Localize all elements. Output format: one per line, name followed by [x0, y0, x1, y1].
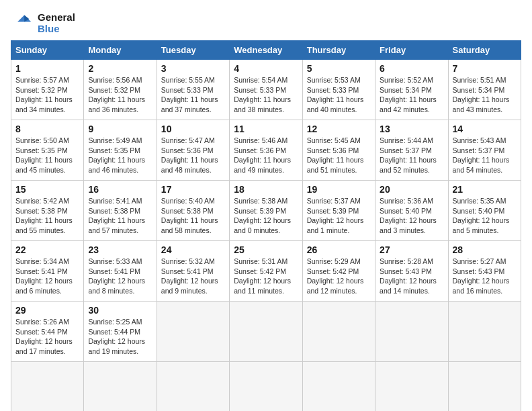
calendar-day-cell	[302, 302, 375, 362]
calendar-day-cell: 8Sunrise: 5:50 AM Sunset: 5:35 PM Daylig…	[11, 120, 84, 181]
day-info: Sunrise: 5:27 AM Sunset: 5:43 PM Dayligh…	[453, 257, 517, 296]
day-number: 20	[380, 184, 443, 195]
day-number: 8	[15, 124, 79, 134]
calendar-day-cell: 30Sunrise: 5:25 AM Sunset: 5:44 PM Dayli…	[84, 302, 157, 362]
day-info: Sunrise: 5:53 AM Sunset: 5:33 PM Dayligh…	[307, 75, 371, 115]
day-number: 21	[453, 184, 517, 195]
day-info: Sunrise: 5:46 AM Sunset: 5:36 PM Dayligh…	[234, 136, 298, 175]
calendar-day-cell: 15Sunrise: 5:42 AM Sunset: 5:38 PM Dayli…	[11, 181, 84, 241]
weekday-header-saturday: Saturday	[448, 41, 521, 60]
day-info: Sunrise: 5:29 AM Sunset: 5:42 PM Dayligh…	[307, 257, 371, 296]
calendar-day-cell: 2Sunrise: 5:56 AM Sunset: 5:32 PM Daylig…	[84, 60, 157, 120]
day-number: 14	[453, 124, 517, 134]
day-number: 23	[88, 244, 152, 255]
day-number: 28	[453, 244, 517, 255]
calendar-day-cell: 25Sunrise: 5:31 AM Sunset: 5:42 PM Dayli…	[230, 241, 302, 302]
day-info: Sunrise: 5:35 AM Sunset: 5:40 PM Dayligh…	[453, 196, 517, 236]
calendar-week-row: 22Sunrise: 5:34 AM Sunset: 5:41 PM Dayli…	[11, 241, 521, 302]
weekday-header-monday: Monday	[84, 41, 157, 60]
day-info: Sunrise: 5:43 AM Sunset: 5:37 PM Dayligh…	[453, 136, 517, 175]
weekday-header-sunday: Sunday	[11, 41, 84, 60]
calendar-day-cell: 9Sunrise: 5:49 AM Sunset: 5:35 PM Daylig…	[84, 120, 157, 181]
day-number: 5	[307, 63, 371, 74]
calendar-week-row: 29Sunrise: 5:26 AM Sunset: 5:44 PM Dayli…	[11, 302, 521, 362]
day-number: 25	[234, 244, 298, 255]
day-number: 13	[380, 124, 443, 134]
calendar-day-cell: 21Sunrise: 5:35 AM Sunset: 5:40 PM Dayli…	[448, 181, 521, 241]
day-number: 30	[88, 305, 152, 316]
day-info: Sunrise: 5:33 AM Sunset: 5:41 PM Dayligh…	[88, 257, 152, 296]
calendar-day-cell	[11, 362, 84, 412]
day-number: 7	[453, 63, 517, 74]
calendar-day-cell: 3Sunrise: 5:55 AM Sunset: 5:33 PM Daylig…	[157, 60, 229, 120]
calendar-day-cell	[230, 302, 302, 362]
calendar-day-cell: 4Sunrise: 5:54 AM Sunset: 5:33 PM Daylig…	[230, 60, 302, 120]
calendar-day-cell: 5Sunrise: 5:53 AM Sunset: 5:33 PM Daylig…	[302, 60, 375, 120]
day-info: Sunrise: 5:42 AM Sunset: 5:38 PM Dayligh…	[15, 196, 79, 236]
day-number: 12	[307, 124, 371, 134]
day-number: 4	[234, 63, 298, 74]
day-number: 19	[307, 184, 371, 195]
calendar-day-cell	[448, 302, 521, 362]
logo-bird-icon	[11, 11, 35, 35]
calendar-day-cell: 16Sunrise: 5:41 AM Sunset: 5:38 PM Dayli…	[84, 181, 157, 241]
calendar-day-cell: 23Sunrise: 5:33 AM Sunset: 5:41 PM Dayli…	[84, 241, 157, 302]
calendar-day-cell: 27Sunrise: 5:28 AM Sunset: 5:43 PM Dayli…	[375, 241, 448, 302]
day-number: 11	[234, 124, 298, 134]
day-info: Sunrise: 5:51 AM Sunset: 5:34 PM Dayligh…	[453, 75, 517, 115]
weekday-header-tuesday: Tuesday	[157, 41, 229, 60]
day-info: Sunrise: 5:34 AM Sunset: 5:41 PM Dayligh…	[15, 257, 79, 296]
calendar-day-cell: 29Sunrise: 5:26 AM Sunset: 5:44 PM Dayli…	[11, 302, 84, 362]
day-info: Sunrise: 5:25 AM Sunset: 5:44 PM Dayligh…	[88, 317, 152, 357]
day-info: Sunrise: 5:57 AM Sunset: 5:32 PM Dayligh…	[15, 75, 79, 115]
day-number: 24	[161, 244, 225, 255]
day-info: Sunrise: 5:50 AM Sunset: 5:35 PM Dayligh…	[15, 136, 79, 175]
calendar-day-cell: 7Sunrise: 5:51 AM Sunset: 5:34 PM Daylig…	[448, 60, 521, 120]
logo-wordmark: General Blue	[38, 11, 75, 35]
day-number: 3	[161, 63, 225, 74]
calendar-day-cell: 28Sunrise: 5:27 AM Sunset: 5:43 PM Dayli…	[448, 241, 521, 302]
calendar-day-cell: 6Sunrise: 5:52 AM Sunset: 5:34 PM Daylig…	[375, 60, 448, 120]
calendar-week-row: 15Sunrise: 5:42 AM Sunset: 5:38 PM Dayli…	[11, 181, 521, 241]
day-info: Sunrise: 5:28 AM Sunset: 5:43 PM Dayligh…	[380, 257, 443, 296]
weekday-header-thursday: Thursday	[302, 41, 375, 60]
day-number: 22	[15, 244, 79, 255]
calendar-week-row: 1Sunrise: 5:57 AM Sunset: 5:32 PM Daylig…	[11, 60, 521, 120]
calendar-day-cell: 26Sunrise: 5:29 AM Sunset: 5:42 PM Dayli…	[302, 241, 375, 302]
calendar-day-cell: 11Sunrise: 5:46 AM Sunset: 5:36 PM Dayli…	[230, 120, 302, 181]
calendar-day-cell: 18Sunrise: 5:38 AM Sunset: 5:39 PM Dayli…	[230, 181, 302, 241]
calendar-day-cell: 19Sunrise: 5:37 AM Sunset: 5:39 PM Dayli…	[302, 181, 375, 241]
calendar-day-cell	[375, 302, 448, 362]
day-number: 1	[15, 63, 79, 74]
day-number: 15	[15, 184, 79, 195]
day-info: Sunrise: 5:52 AM Sunset: 5:34 PM Dayligh…	[380, 75, 443, 115]
day-number: 29	[15, 305, 79, 316]
day-number: 18	[234, 184, 298, 195]
day-number: 10	[161, 124, 225, 134]
calendar-day-cell	[230, 362, 302, 412]
weekday-header-wednesday: Wednesday	[230, 41, 302, 60]
calendar-week-row	[11, 362, 521, 412]
day-info: Sunrise: 5:40 AM Sunset: 5:38 PM Dayligh…	[161, 196, 225, 236]
day-info: Sunrise: 5:49 AM Sunset: 5:35 PM Dayligh…	[88, 136, 152, 175]
calendar-day-cell	[375, 362, 448, 412]
calendar-day-cell: 22Sunrise: 5:34 AM Sunset: 5:41 PM Dayli…	[11, 241, 84, 302]
day-number: 26	[307, 244, 371, 255]
day-info: Sunrise: 5:37 AM Sunset: 5:39 PM Dayligh…	[307, 196, 371, 236]
day-info: Sunrise: 5:44 AM Sunset: 5:37 PM Dayligh…	[380, 136, 443, 175]
day-info: Sunrise: 5:47 AM Sunset: 5:36 PM Dayligh…	[161, 136, 225, 175]
day-info: Sunrise: 5:36 AM Sunset: 5:40 PM Dayligh…	[380, 196, 443, 236]
weekday-header-friday: Friday	[375, 41, 448, 60]
day-info: Sunrise: 5:45 AM Sunset: 5:36 PM Dayligh…	[307, 136, 371, 175]
day-info: Sunrise: 5:41 AM Sunset: 5:38 PM Dayligh…	[88, 196, 152, 236]
calendar-day-cell	[84, 362, 157, 412]
calendar-day-cell	[157, 362, 229, 412]
day-info: Sunrise: 5:38 AM Sunset: 5:39 PM Dayligh…	[234, 196, 298, 236]
calendar-day-cell	[157, 302, 229, 362]
calendar-day-cell	[448, 362, 521, 412]
day-number: 6	[380, 63, 443, 74]
calendar-day-cell: 17Sunrise: 5:40 AM Sunset: 5:38 PM Dayli…	[157, 181, 229, 241]
calendar-day-cell: 24Sunrise: 5:32 AM Sunset: 5:41 PM Dayli…	[157, 241, 229, 302]
calendar-day-cell: 20Sunrise: 5:36 AM Sunset: 5:40 PM Dayli…	[375, 181, 448, 241]
calendar-day-cell: 14Sunrise: 5:43 AM Sunset: 5:37 PM Dayli…	[448, 120, 521, 181]
